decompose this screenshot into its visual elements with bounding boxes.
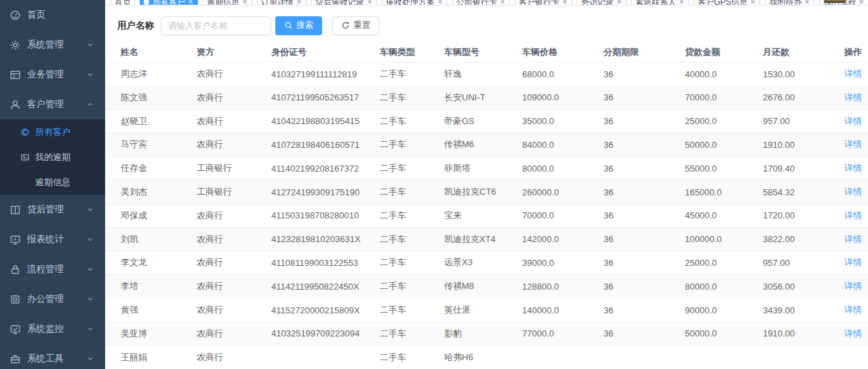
table-row: 黄强农商行41152720000215809X二手车英仕派140000.0369… — [105, 298, 868, 322]
cell-veh_model: 宝来 — [429, 203, 507, 227]
sidebar-subitem-1[interactable]: 我的逾期 — [0, 144, 105, 170]
tab-close-icon[interactable]: × — [858, 0, 865, 5]
sidebar-item-2[interactable]: 业务管理 — [0, 60, 105, 90]
cell-veh_model: 影豹 — [429, 322, 507, 345]
tab-close-icon[interactable]: × — [804, 0, 810, 5]
tab-7[interactable]: 客户银行卡× — [515, 0, 572, 5]
cell-veh_model: 传祺M6 — [429, 133, 507, 157]
cell-veh_type: 二手车 — [364, 251, 429, 275]
cell-monthly: 1910.00 — [747, 133, 829, 157]
tab-8[interactable]: 外访记录× — [577, 0, 627, 5]
table-header-row: 姓名资方身份证号车辆类型车辆型号车辆价格分期期限贷款金额月还款操作 — [105, 43, 868, 62]
detail-link[interactable]: 详情 — [844, 69, 862, 79]
detail-link[interactable]: 详情 — [844, 305, 862, 315]
tab-4[interactable]: 贷后催收记录× — [311, 0, 377, 5]
cell-funder: 农商行 — [181, 109, 256, 133]
search-button[interactable]: 搜索 — [275, 16, 322, 35]
sidebar-item-label: 办公管理 — [27, 293, 86, 305]
detail-link[interactable]: 详情 — [844, 139, 862, 149]
cell-action: 详情 — [829, 85, 868, 109]
customer-name-input[interactable] — [161, 16, 271, 35]
cell-loan — [669, 345, 747, 369]
sidebar-item-6[interactable]: 流程管理 — [0, 254, 105, 284]
tab-close-icon[interactable]: × — [296, 0, 302, 5]
tab-close-icon[interactable]: × — [187, 0, 194, 5]
tab-close-icon[interactable]: × — [366, 0, 373, 5]
sidebar-item-3[interactable]: 客户管理 — [0, 90, 105, 119]
cell-term: 36 — [588, 298, 669, 322]
tab-2[interactable]: 逾期信息× — [203, 0, 252, 5]
sidebar-subitem-0[interactable]: 所有客户 — [0, 119, 105, 144]
tab-close-icon[interactable]: × — [678, 0, 685, 5]
cell-monthly: 2676.00 — [747, 85, 829, 109]
gear-icon — [9, 39, 21, 51]
cell-name: 吴刘杰 — [105, 180, 181, 204]
detail-link[interactable]: 详情 — [844, 116, 862, 126]
main-area: 首页所有客户×逾期信息×订单详情×贷后催收记录×催收处理方案×公司银行卡×客户银… — [105, 0, 868, 369]
sidebar-item-4[interactable]: 贷后管理 — [0, 195, 105, 225]
detail-link[interactable]: 详情 — [844, 92, 862, 102]
cell-veh_type: 二手车 — [364, 62, 429, 86]
cell-term: 36 — [588, 180, 669, 204]
sidebar-item-7[interactable]: 办公管理 — [0, 284, 105, 314]
cell-name: 陈文强 — [105, 85, 181, 109]
sidebar-item-9[interactable]: 系统工具 — [0, 344, 105, 369]
tab-close-icon[interactable]: × — [561, 0, 568, 5]
cell-name: 李培 — [105, 275, 181, 298]
detail-link[interactable]: 详情 — [844, 281, 862, 291]
sidebar-item-label: 报表统计 — [27, 233, 86, 246]
sidebar-subitem-2[interactable]: 逾期信息 — [0, 170, 105, 195]
detail-link[interactable]: 详情 — [844, 187, 862, 197]
sidebar-item-0[interactable]: 首页 — [0, 0, 105, 30]
cell-loan: 70000.0 — [669, 85, 747, 109]
sidebar-item-label: 客户管理 — [27, 98, 86, 111]
cell-action: 详情 — [829, 109, 868, 133]
cell-term: 36 — [588, 85, 669, 109]
tab-9[interactable]: 紧急联系人× — [631, 0, 689, 5]
detail-link[interactable]: 详情 — [844, 210, 862, 220]
tab-11[interactable]: 我的待办× — [765, 0, 814, 5]
cell-name: 邓保成 — [105, 203, 181, 227]
tab-0[interactable]: 首页 — [111, 0, 135, 5]
tab-label: 所有客户 — [153, 0, 185, 5]
tab-6[interactable]: 公司银行卡× — [452, 0, 510, 5]
reset-button[interactable]: 重置 — [332, 16, 379, 35]
table-row: 李培农商行41142119950822450X二手车传祺M8128800.036… — [105, 275, 868, 298]
tab-close-icon[interactable]: × — [241, 0, 248, 5]
cell-id_no — [256, 345, 364, 369]
cell-price: 35000.0 — [507, 109, 588, 133]
detail-link[interactable]: 详情 — [844, 163, 862, 173]
tab-close-icon[interactable]: × — [499, 0, 506, 5]
tab-close-icon[interactable]: × — [616, 0, 623, 5]
cell-id_no: 411402199208167372 — [256, 157, 364, 180]
cell-action — [829, 345, 868, 369]
tab-close-icon[interactable]: × — [749, 0, 756, 5]
tab-bar: 首页所有客户×逾期信息×订单详情×贷后催收记录×催收处理方案×公司银行卡×客户银… — [105, 0, 868, 5]
cell-name: 马守宾 — [105, 133, 181, 157]
cell-veh_type: 二手车 — [364, 322, 429, 345]
detail-link[interactable]: 详情 — [844, 234, 862, 244]
tab-10[interactable]: 客户GPS信息× — [694, 0, 760, 5]
detail-link[interactable]: 详情 — [844, 257, 862, 267]
cell-loan: 50000.0 — [669, 133, 747, 157]
avatar[interactable] — [824, 0, 846, 3]
sidebar-item-8[interactable]: 系统监控 — [0, 314, 105, 344]
chevron-down-icon — [86, 355, 94, 363]
tab-close-icon[interactable]: × — [437, 0, 443, 5]
sidebar-item-1[interactable]: 系统管理 — [0, 30, 105, 60]
detail-link[interactable]: 详情 — [844, 328, 862, 338]
cell-name: 任存金 — [105, 157, 181, 180]
customer-table: 姓名资方身份证号车辆类型车辆型号车辆价格分期期限贷款金额月还款操作 周志洋农商行… — [105, 43, 868, 369]
cell-veh_type: 二手车 — [364, 203, 429, 227]
tab-label: 贷后催收记录 — [315, 0, 364, 5]
cell-action: 详情 — [829, 322, 868, 345]
cell-id_no: 410422198803195415 — [256, 109, 364, 133]
cell-loan: 90000.0 — [669, 298, 747, 322]
tab-1[interactable]: 所有客户× — [140, 0, 198, 5]
tab-5[interactable]: 催收处理方案× — [382, 0, 448, 5]
col-header-9: 操作 — [829, 43, 868, 62]
sidebar-item-5[interactable]: 报表统计 — [0, 225, 105, 254]
table-row: 吴亚博农商行410325199709223094二手车影豹77000.03650… — [105, 322, 868, 345]
tab-3[interactable]: 订单详情× — [257, 0, 307, 5]
table-row: 任存金工商银行411402199208167372二手车菲斯塔80000.036… — [105, 157, 868, 180]
